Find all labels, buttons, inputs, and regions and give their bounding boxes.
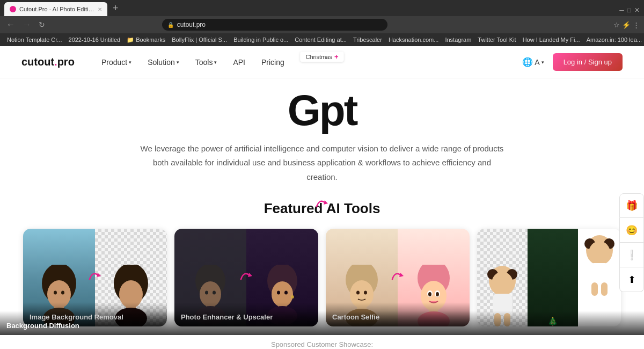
- navbar: cutout.pro Product ▾ Solution ▾ Tools ▾ …: [0, 46, 644, 78]
- arrow-icon: [87, 268, 103, 287]
- bookmark-item[interactable]: BollyFlix | Official S...: [169, 37, 230, 43]
- bookmark-item[interactable]: 📁 Bookmarks: [124, 37, 168, 43]
- translate-icon: 🌐: [522, 57, 533, 67]
- browser-chrome: Cutout.Pro - AI Photo Editing | V... ✕ +…: [0, 0, 644, 46]
- active-tab[interactable]: Cutout.Pro - AI Photo Editing | V... ✕: [4, 2, 107, 16]
- user-icon: 😊: [626, 224, 638, 236]
- lock-icon: 🔒: [167, 22, 174, 28]
- hero-section: Gpt We leverage the power of artificial …: [0, 78, 644, 190]
- hero-subtitle: We leverage the power of artificial inte…: [140, 142, 504, 184]
- nav-api[interactable]: API: [233, 58, 245, 67]
- featured-section: Featured AI Tools: [0, 190, 644, 335]
- upload-icon: ⬆: [628, 274, 636, 286]
- nav-links: Product ▾ Solution ▾ Tools ▾ API Pricing: [101, 58, 284, 67]
- address-bar[interactable]: 🔒 cutout.pro: [162, 19, 387, 31]
- bookmarks-bar: Notion Template Cr... 2022-10-16 Untitle…: [0, 33, 644, 46]
- website-content: cutout.pro Product ▾ Solution ▾ Tools ▾ …: [0, 46, 644, 335]
- url-text: cutout.pro: [177, 21, 206, 28]
- avatar-widget-button[interactable]: 😊: [619, 218, 644, 243]
- bookmark-item[interactable]: Content Editing at...: [292, 37, 349, 43]
- menu-icon[interactable]: ⋮: [633, 21, 640, 29]
- tab-close-icon[interactable]: ✕: [98, 6, 102, 12]
- svg-point-23: [291, 295, 294, 299]
- svg-point-30: [364, 290, 367, 294]
- tab-bar: Cutout.Pro - AI Photo Editing | V... ✕ +…: [0, 0, 644, 16]
- svg-marker-54: [324, 200, 328, 205]
- arrow-icon: [390, 268, 406, 287]
- svg-marker-10: [97, 273, 101, 277]
- chevron-down-icon: ▾: [177, 60, 179, 65]
- star-icon[interactable]: ☆: [613, 21, 620, 29]
- forward-button[interactable]: →: [20, 19, 33, 31]
- language-button[interactable]: 🌐 A ▾: [522, 57, 544, 67]
- upload-widget-button[interactable]: ⬆: [619, 267, 644, 292]
- chevron-down-icon: ▾: [129, 60, 131, 65]
- nav-pricing[interactable]: Pricing: [261, 58, 284, 67]
- maximize-icon[interactable]: □: [627, 6, 631, 14]
- bookmark-item[interactable]: Tribescaler: [350, 37, 385, 43]
- nav-right: 🌐 A ▾ Log in / Sign up: [522, 53, 623, 71]
- svg-point-15: [205, 290, 208, 294]
- nav-product[interactable]: Product ▾: [101, 58, 131, 67]
- new-tab-button[interactable]: +: [109, 3, 122, 16]
- arrow-icon: [238, 268, 254, 287]
- svg-point-4: [54, 290, 57, 294]
- svg-marker-24: [248, 273, 252, 277]
- bookmark-item[interactable]: Hacksnation.com...: [386, 37, 442, 43]
- tab-label: Cutout.Pro - AI Photo Editing | V...: [19, 6, 94, 12]
- svg-rect-53: [601, 282, 608, 296]
- side-widgets: 🎁 😊 ❕ ⬆: [619, 193, 644, 292]
- back-button[interactable]: ←: [4, 19, 17, 31]
- svg-point-16: [213, 290, 216, 294]
- svg-point-5: [61, 290, 64, 294]
- alert-widget-button[interactable]: ❕: [619, 243, 644, 267]
- nav-tools[interactable]: Tools ▾: [195, 58, 217, 67]
- login-signup-button[interactable]: Log in / Sign up: [553, 53, 623, 71]
- svg-point-50: [589, 241, 610, 265]
- christmas-badge: Christmas +: [300, 52, 343, 62]
- svg-rect-51: [590, 263, 609, 285]
- chevron-down-icon: ▾: [541, 60, 544, 65]
- bookmark-item[interactable]: 2022-10-16 Untitled: [66, 37, 123, 43]
- bookmark-item[interactable]: Building in Public o...: [231, 37, 291, 43]
- bookmark-item[interactable]: Notion Template Cr...: [4, 37, 65, 43]
- svg-rect-52: [591, 282, 598, 296]
- svg-point-21: [277, 290, 280, 294]
- svg-point-29: [356, 290, 360, 294]
- arrow-icon: [314, 196, 330, 214]
- reload-button[interactable]: ↻: [36, 19, 47, 30]
- bookmark-item[interactable]: Amazon.in: 100 lea...: [584, 37, 644, 43]
- svg-point-37: [428, 292, 431, 296]
- card-label-bg-diffusion: Background Diffusion: [0, 311, 644, 335]
- gift-icon: 🎁: [626, 200, 638, 212]
- tool-cards-container: Image Background Removal: [21, 229, 623, 326]
- close-icon[interactable]: ✕: [634, 6, 640, 14]
- logo[interactable]: cutout.pro: [21, 56, 75, 68]
- sponsored-label: Sponsored Customer Showcase:: [0, 335, 644, 349]
- gift-widget-button[interactable]: 🎁: [619, 193, 644, 218]
- extensions-icon[interactable]: ⚡: [622, 21, 631, 29]
- alert-icon: ❕: [626, 249, 638, 261]
- svg-point-38: [436, 292, 439, 296]
- chevron-down-icon: ▾: [214, 60, 217, 65]
- nav-solution[interactable]: Solution ▾: [148, 58, 179, 67]
- bookmark-item[interactable]: Twitter Tool Kit: [475, 37, 518, 43]
- tab-favicon: [10, 6, 16, 12]
- bookmark-item[interactable]: How I Landed My Fi...: [520, 37, 583, 43]
- svg-point-22: [284, 290, 288, 294]
- minimize-icon[interactable]: ─: [619, 6, 624, 14]
- svg-marker-39: [399, 273, 404, 277]
- svg-point-43: [492, 272, 513, 295]
- toolbar: ← → ↻ 🔒 cutout.pro ☆ ⚡ ⋮: [0, 16, 644, 33]
- hero-title: Gpt: [11, 89, 633, 132]
- bookmark-item[interactable]: Instagram: [442, 37, 474, 43]
